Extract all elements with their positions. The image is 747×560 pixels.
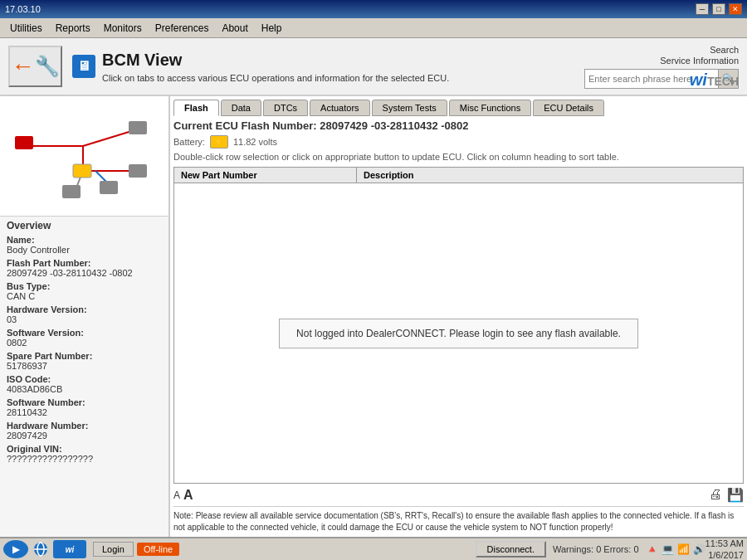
menu-preferences[interactable]: Preferences xyxy=(149,21,216,36)
overview-title: Overview xyxy=(7,220,162,231)
detail-vin-label: Original VIN: xyxy=(7,444,162,454)
right-panel: Flash Data DTCs Actuators System Tests M… xyxy=(170,96,747,537)
main-content: Overview Name: Body Controller Flash Par… xyxy=(0,96,747,537)
detail-hw-num-value: 28097429 xyxy=(7,431,162,441)
battery-label: Battery: xyxy=(173,137,205,147)
detail-sw-num-value: 28110432 xyxy=(7,407,162,417)
network-tray-icon: 🔺 xyxy=(646,543,658,555)
status-bar: ▶ wi Login Off-line Disconnect. Warnings… xyxy=(0,537,747,560)
clock-date: 1/6/2017 xyxy=(706,549,744,560)
tab-dtcs[interactable]: DTCs xyxy=(263,100,308,116)
tab-ecu-details[interactable]: ECU Details xyxy=(533,100,604,116)
menu-about[interactable]: About xyxy=(215,21,254,36)
systray: 🔺 💻 📶 🔊 xyxy=(646,543,706,555)
login-button[interactable]: Login xyxy=(93,542,134,557)
title-bar-text: 17.03.10 xyxy=(5,4,41,14)
note-text: Note: Please review all available servic… xyxy=(173,506,744,533)
menu-help[interactable]: Help xyxy=(255,21,289,36)
witech-logo: wiTECH xyxy=(690,71,739,90)
back-arrow-icon: ← xyxy=(12,53,35,80)
tab-system-tests[interactable]: System Tests xyxy=(372,100,447,116)
back-button[interactable]: ← 🔧 xyxy=(8,46,62,87)
table-body: Not logged into DealerCONNECT. Please lo… xyxy=(174,183,743,483)
detail-spare-label: Spare Part Number: xyxy=(7,351,162,361)
disconnect-button[interactable]: Disconnect. xyxy=(476,541,546,558)
col-new-part-number[interactable]: New Part Number xyxy=(174,168,357,183)
flash-bottom: A A 🖨 💾 xyxy=(173,487,744,503)
tab-misc-functions[interactable]: Misc Functions xyxy=(449,100,531,116)
detail-hw-num-label: Hardware Number: xyxy=(7,421,162,431)
battery-voltage: 11.82 volts xyxy=(233,137,277,147)
tab-data[interactable]: Data xyxy=(221,100,261,116)
page-title: BCM View xyxy=(102,51,449,70)
tab-flash[interactable]: Flash xyxy=(173,100,219,116)
detail-bus-label: Bus Type: xyxy=(7,281,162,291)
title-bar: 17.03.10 ─ □ ✕ xyxy=(0,0,747,18)
witech-taskbar-button[interactable]: wi xyxy=(53,540,86,558)
page-subtitle: Click on tabs to access various ECU oper… xyxy=(102,73,449,83)
header-text: BCM View Click on tabs to access various… xyxy=(102,51,449,83)
top-bar: ← 🔧 🖥 BCM View Click on tabs to access v… xyxy=(0,38,747,96)
start-icon: ▶ xyxy=(12,544,19,555)
offline-badge: Off-line xyxy=(137,543,179,556)
detail-name-value: Body Controller xyxy=(7,245,162,255)
wifi-tray-icon: 📶 xyxy=(677,543,690,555)
svg-rect-6 xyxy=(15,136,33,149)
warnings-text: Warnings: 0 Errors: 0 xyxy=(553,544,639,554)
search-label: SearchService Information xyxy=(660,45,739,66)
detail-flash-label: Flash Part Number: xyxy=(7,258,162,268)
usb-tray-icon: 💻 xyxy=(662,543,674,555)
table-header: New Part Number Description xyxy=(174,168,743,183)
flash-table: New Part Number Description Not logged i… xyxy=(173,167,744,484)
svg-rect-10 xyxy=(100,181,118,194)
svg-rect-7 xyxy=(129,121,147,134)
svg-rect-11 xyxy=(73,164,91,178)
save-icon[interactable]: 💾 xyxy=(727,487,744,503)
detail-sw-ver-value: 0802 xyxy=(7,338,162,348)
menu-reports[interactable]: Reports xyxy=(49,21,97,36)
overview-section: Overview Name: Body Controller Flash Par… xyxy=(0,217,168,537)
close-button[interactable]: ✕ xyxy=(729,3,742,15)
detail-name-label: Name: xyxy=(7,235,162,245)
detail-sw-num-label: Software Number: xyxy=(7,397,162,407)
action-icons: 🖨 💾 xyxy=(709,487,744,503)
font-controls: A A xyxy=(173,488,193,503)
font-increase-button[interactable]: A xyxy=(183,488,193,503)
clock: 11:53 AM 1/6/2017 xyxy=(706,538,744,560)
menu-utilities[interactable]: Utilities xyxy=(3,21,49,36)
title-bar-controls: ─ □ ✕ xyxy=(696,3,742,15)
detail-hw-ver-value: 03 xyxy=(7,314,162,324)
ie-icon[interactable] xyxy=(32,540,50,558)
detail-hw-ver-label: Hardware Version: xyxy=(7,304,162,314)
battery-row: Battery: ⚡ 11.82 volts xyxy=(173,135,744,149)
menu-monitors[interactable]: Monitors xyxy=(97,21,149,36)
tabs: Flash Data DTCs Actuators System Tests M… xyxy=(173,100,744,116)
detail-sw-ver-label: Software Version: xyxy=(7,328,162,338)
tab-actuators[interactable]: Actuators xyxy=(310,100,369,116)
clock-time: 11:53 AM xyxy=(706,538,744,549)
left-panel: Overview Name: Body Controller Flash Par… xyxy=(0,96,170,537)
instruction-text: Double-click row selection or click on a… xyxy=(173,152,744,162)
detail-iso-label: ISO Code: xyxy=(7,374,162,384)
flash-current-number: Current ECU Flash Number: 28097429 -03-2… xyxy=(173,119,744,132)
battery-icon: ⚡ xyxy=(210,135,228,149)
detail-iso-value: 4083AD86CB xyxy=(7,384,162,394)
flash-content: Current ECU Flash Number: 28097429 -03-2… xyxy=(173,119,744,533)
wrench-icon: 🔧 xyxy=(35,55,60,78)
svg-rect-8 xyxy=(129,164,147,178)
minimize-button[interactable]: ─ xyxy=(696,3,709,15)
detail-bus-value: CAN C xyxy=(7,291,162,301)
not-logged-message: Not logged into DealerCONNECT. Please lo… xyxy=(279,319,638,348)
start-button[interactable]: ▶ xyxy=(3,540,28,558)
network-diagram-svg xyxy=(0,96,168,217)
detail-vin-value: ????????????????? xyxy=(7,454,162,464)
restore-button[interactable]: □ xyxy=(712,3,725,15)
overview-inner: Name: Body Controller Flash Part Number:… xyxy=(7,235,162,464)
col-description[interactable]: Description xyxy=(357,168,743,183)
detail-flash-value: 28097429 -03-28110432 -0802 xyxy=(7,268,162,278)
print-icon[interactable]: 🖨 xyxy=(709,487,722,503)
font-decrease-button[interactable]: A xyxy=(173,489,180,501)
witech-taskbar-label: wi xyxy=(66,545,75,554)
menu-bar: Utilities Reports Monitors Preferences A… xyxy=(0,18,747,38)
bcm-icon: 🖥 xyxy=(72,55,95,78)
